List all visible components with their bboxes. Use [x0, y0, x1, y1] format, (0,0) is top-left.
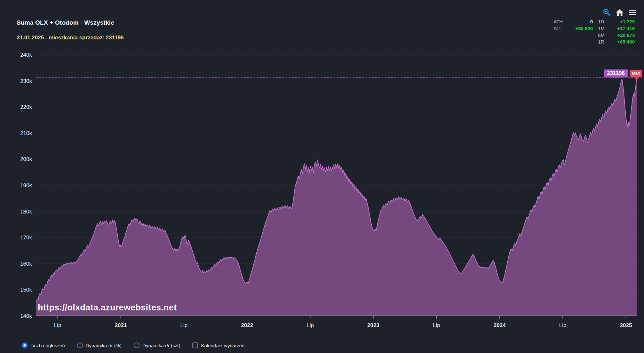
stat-label: 1D — [598, 18, 605, 25]
stat-value: +17 419 — [608, 25, 635, 32]
toolbar — [603, 8, 637, 17]
y-axis-label: 210k — [20, 130, 32, 136]
radio-control[interactable] — [134, 342, 139, 348]
y-axis-label: 150k — [20, 287, 32, 293]
series-area-fill — [36, 78, 637, 316]
x-axis-label: 2021 — [115, 322, 127, 328]
page-title: Suma OLX + Otodom - Wszystkie — [17, 19, 114, 26]
x-axis-label: Lip — [433, 322, 440, 328]
y-axis-label: 230k — [20, 78, 32, 84]
y-axis-label: 170k — [20, 235, 32, 241]
x-axis-label: Lip — [54, 322, 61, 328]
stat-label: ATL — [553, 25, 563, 32]
y-axis-label: 220k — [20, 104, 32, 110]
stat-label: 6M — [598, 32, 605, 38]
x-axis-label: 2023 — [367, 322, 379, 328]
y-axis-label: 200k — [20, 156, 32, 162]
x-axis-label: Lip — [180, 322, 188, 328]
control-label: Liczba ogłoszeń — [30, 343, 65, 348]
y-axis-label: 160k — [20, 261, 32, 267]
y-axis-label: 180k — [20, 209, 32, 215]
series-mode-controls: Liczba ogłoszeńDynamika r/r (%)Dynamika … — [0, 340, 644, 351]
x-axis-label: Lip — [559, 322, 567, 328]
home-icon[interactable] — [616, 8, 624, 17]
radio-liczba-ogłoszeń[interactable]: Liczba ogłoszeń — [22, 342, 65, 348]
stat-label: 1M — [598, 25, 605, 32]
checkbox-kalendarz-wydarzeń[interactable]: Kalendarz wydarzeń — [192, 342, 244, 348]
control-label: Kalendarz wydarzeń — [201, 343, 244, 348]
radio-dynamika-r-r-szt-[interactable]: Dynamika r/r (szt) — [134, 342, 180, 348]
control-label: Dynamika r/r (szt) — [142, 343, 180, 348]
listings-area-chart[interactable]: 140k150k160k170k180k190k200k210k220k230k… — [0, 0, 644, 353]
y-axis-label: 240k — [20, 52, 32, 58]
stat-value: +20 673 — [608, 32, 635, 38]
stats-panel: ATH0ATL+85 820 1D+1 7291M+17 4196M+20 67… — [553, 18, 635, 45]
radio-dynamika-r-r-[interactable]: Dynamika r/r (%) — [77, 342, 122, 348]
stat-value: +65 480 — [608, 38, 635, 45]
page-subtitle: 31.01.2025 - mieszkania sprzedaż: 231196 — [17, 35, 124, 41]
x-axis-label: 2025 — [620, 322, 632, 328]
checkbox-control[interactable] — [192, 342, 198, 348]
watermark-url: https://olxdata.azurewebsites.net — [38, 303, 177, 313]
radio-control[interactable] — [77, 342, 83, 348]
stat-value: +85 820 — [566, 25, 593, 32]
control-label: Dynamika r/r (%) — [86, 343, 122, 348]
stats-right-column: 1D+1 7291M+17 4196M+20 6731R+65 480 — [598, 18, 635, 45]
stat-label: 1R — [598, 38, 605, 45]
menu-icon[interactable] — [628, 8, 637, 17]
x-axis-label: Lip — [306, 322, 314, 328]
y-axis-label: 190k — [20, 182, 32, 189]
y-axis-label: 140k — [20, 313, 32, 319]
max-marker-badge: Max — [630, 70, 642, 77]
stat-label: ATH — [553, 18, 563, 25]
stat-value: 0 — [566, 18, 593, 25]
x-axis-label: 2022 — [241, 322, 253, 328]
stat-value: +1 729 — [608, 18, 635, 25]
radio-control[interactable] — [22, 342, 28, 348]
stats-left-column: ATH0ATL+85 820 — [553, 18, 593, 32]
x-axis-label: 2024 — [494, 322, 506, 328]
zoom-in-icon[interactable] — [603, 8, 611, 17]
ath-value-badge: 231196 — [604, 69, 628, 77]
